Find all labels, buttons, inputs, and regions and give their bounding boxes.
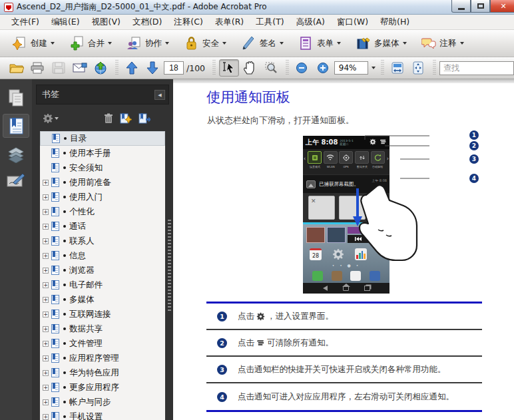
expand-icon[interactable]: + bbox=[43, 209, 49, 215]
collapse-panel-button[interactable]: ◀ bbox=[154, 90, 165, 100]
find-input[interactable] bbox=[439, 61, 514, 75]
zoom-out-button[interactable] bbox=[292, 59, 312, 77]
bookmark-item[interactable]: +通话 bbox=[40, 219, 165, 234]
expand-icon[interactable]: + bbox=[43, 326, 49, 332]
signatures-panel-button[interactable] bbox=[3, 168, 29, 192]
title-bar[interactable]: Ascend_D2_用户指南_D2-5000_01_中文.pdf - Adobe… bbox=[0, 0, 514, 15]
bookmark-item[interactable]: +浏览器 bbox=[40, 263, 165, 278]
new-bookmark-button[interactable] bbox=[120, 113, 132, 124]
bookmark-item[interactable]: +使用入门 bbox=[40, 190, 165, 204]
expand-icon[interactable]: + bbox=[43, 370, 49, 376]
hand-tool-button[interactable] bbox=[240, 59, 260, 77]
expand-icon[interactable]: + bbox=[43, 312, 49, 317]
pages-panel-button[interactable] bbox=[3, 86, 29, 110]
marquee-zoom-button[interactable] bbox=[261, 59, 281, 77]
gear-icon bbox=[43, 113, 53, 124]
select-tool-button[interactable] bbox=[219, 59, 239, 77]
menu-forms[interactable]: 表单(R) bbox=[209, 15, 250, 30]
menu-edit[interactable]: 编辑(E) bbox=[45, 15, 86, 30]
bookmarks-panel-button[interactable] bbox=[3, 114, 29, 138]
panel-splitter-handle[interactable] bbox=[168, 220, 171, 313]
combine-button[interactable]: 合并 bbox=[67, 34, 115, 53]
window-title: Ascend_D2_用户指南_D2-5000_01_中文.pdf - Adobe… bbox=[17, 1, 267, 13]
bookmark-item[interactable]: +帐户与同步 bbox=[40, 395, 165, 409]
comment-button[interactable]: 注释 bbox=[419, 34, 467, 53]
bookmark-item[interactable]: +华为特色应用 bbox=[40, 365, 165, 380]
create-button[interactable]: 创建 bbox=[9, 34, 57, 53]
expand-icon[interactable]: + bbox=[43, 385, 49, 391]
delete-bookmark-button[interactable] bbox=[104, 113, 113, 124]
maximize-button[interactable] bbox=[471, 0, 490, 13]
bookmarks-panel-header: 书签 ◀ bbox=[36, 85, 169, 105]
phone-notification: 已捕获屏幕截图。 上午 8:08 bbox=[303, 174, 389, 193]
expand-current-bookmark-button[interactable] bbox=[138, 113, 150, 124]
expand-icon[interactable]: + bbox=[43, 399, 49, 405]
expand-icon[interactable]: + bbox=[43, 268, 49, 274]
collaborate-icon bbox=[127, 36, 141, 51]
bookmark-options-button[interactable] bbox=[43, 113, 59, 124]
collaborate-button[interactable]: 协作 bbox=[124, 34, 172, 53]
previous-page-button[interactable] bbox=[122, 59, 142, 77]
bookmark-item[interactable]: +联系人 bbox=[40, 234, 165, 248]
menu-view[interactable]: 视图(V) bbox=[86, 15, 127, 30]
secure-button[interactable]: 安全 bbox=[181, 34, 229, 53]
menu-tools[interactable]: 工具(T) bbox=[250, 15, 290, 30]
zoom-dropdown-button[interactable] bbox=[368, 61, 378, 75]
expand-icon[interactable]: + bbox=[43, 355, 49, 361]
bookmark-goto-icon bbox=[138, 113, 150, 124]
multimedia-button[interactable]: 多媒体 bbox=[353, 34, 409, 53]
bookmark-item[interactable]: +个性化 bbox=[40, 204, 165, 219]
menu-file[interactable]: 文件(F) bbox=[5, 15, 45, 30]
minimize-button[interactable] bbox=[451, 0, 471, 13]
phone-app-icon bbox=[312, 271, 323, 281]
close-button[interactable]: ✕ bbox=[490, 0, 514, 13]
bookmark-icon bbox=[51, 397, 59, 407]
expand-icon[interactable]: + bbox=[43, 180, 49, 186]
expand-icon[interactable]: + bbox=[43, 341, 49, 347]
bookmark-item[interactable]: +数据共享 bbox=[40, 321, 165, 336]
forms-button[interactable]: 表单 bbox=[296, 34, 344, 53]
menu-window[interactable]: 窗口(W) bbox=[331, 15, 374, 30]
expand-icon[interactable]: + bbox=[43, 414, 49, 420]
zoom-level-value[interactable]: 94% bbox=[334, 61, 368, 75]
upload-button[interactable] bbox=[91, 59, 111, 77]
bookmark-item[interactable]: +文件管理 bbox=[40, 336, 165, 351]
menu-comments[interactable]: 注释(C) bbox=[168, 15, 208, 30]
expand-icon[interactable]: + bbox=[43, 194, 49, 200]
calendar-icon: 28 bbox=[310, 248, 322, 260]
bookmark-item[interactable]: +使用前准备 bbox=[40, 175, 165, 190]
menu-advanced[interactable]: 高级(A) bbox=[290, 15, 331, 30]
expand-icon[interactable]: + bbox=[43, 238, 49, 244]
email-button[interactable] bbox=[70, 59, 90, 77]
bookmark-item[interactable]: +信息 bbox=[40, 248, 165, 263]
print-button[interactable] bbox=[28, 59, 48, 77]
bookmark-item[interactable]: +多媒体 bbox=[40, 292, 165, 307]
bookmark-item[interactable]: +更多应用程序 bbox=[40, 380, 165, 395]
bookmark-item[interactable]: +互联网连接 bbox=[40, 307, 165, 321]
bookmark-item[interactable]: +手机设置 bbox=[40, 409, 165, 420]
bookmark-item[interactable]: 使用本手册 bbox=[40, 146, 165, 160]
fit-page-button[interactable] bbox=[408, 59, 428, 77]
phone-screenshot: 上午 8:08 2013-5-1星期二 ‹ 情景模式 WLAN GPS 数据开关… bbox=[303, 136, 389, 294]
menu-document[interactable]: 文档(D) bbox=[127, 15, 168, 30]
expand-icon[interactable]: + bbox=[43, 297, 49, 303]
page-number-input[interactable] bbox=[164, 61, 184, 75]
zoom-in-button[interactable] bbox=[313, 59, 333, 77]
bookmark-item[interactable]: 目录 bbox=[40, 131, 165, 146]
fit-width-button[interactable] bbox=[387, 59, 407, 77]
expand-icon[interactable]: + bbox=[43, 282, 49, 288]
expand-icon[interactable]: + bbox=[43, 224, 49, 230]
bookmark-icon bbox=[51, 236, 59, 246]
sign-button[interactable]: 签名 bbox=[238, 34, 286, 53]
document-page: 使用通知面板 从状态栏处向下滑动，打开通知面板。 上午 8:08 2013-5-… bbox=[173, 79, 514, 420]
open-button[interactable] bbox=[7, 59, 27, 77]
layers-panel-button[interactable] bbox=[3, 143, 29, 167]
next-page-button[interactable] bbox=[142, 59, 162, 77]
bookmark-item[interactable]: +应用程序管理 bbox=[40, 351, 165, 365]
save-button[interactable] bbox=[49, 59, 69, 77]
expand-icon[interactable]: + bbox=[43, 253, 49, 259]
menu-help[interactable]: 帮助(H) bbox=[374, 15, 415, 30]
bookmark-item[interactable]: +电子邮件 bbox=[40, 278, 165, 292]
gps-toggle-icon bbox=[339, 151, 353, 164]
bookmark-item[interactable]: 安全须知 bbox=[40, 160, 165, 175]
